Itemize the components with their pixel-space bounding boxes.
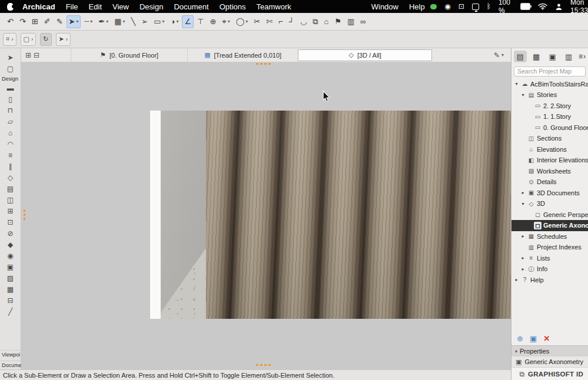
chevron-right-icon[interactable]: ▸	[520, 190, 526, 195]
beam-tool-button[interactable]: ⊓	[3, 105, 18, 115]
chevron-down-icon[interactable]: ▾	[514, 81, 519, 86]
navigator-menu-button[interactable]: ≡›	[579, 52, 586, 61]
mesh-tool-button[interactable]: ▦	[3, 284, 18, 294]
undo-button[interactable]: ↶	[5, 15, 16, 28]
grid-snap-button[interactable]: ⊞	[29, 15, 41, 28]
morph-tool-button[interactable]: ◇	[3, 172, 18, 182]
wifi-icon[interactable]	[538, 3, 547, 10]
mark-up-button[interactable]: ⚑	[332, 15, 344, 28]
rectangle-method-button[interactable]: ▭▾	[151, 15, 167, 28]
cursor-snap-button[interactable]: ➢	[139, 15, 150, 28]
window-tool-button[interactable]: ⊞	[3, 206, 18, 216]
tree-item-1-1-story[interactable]: ▭1. 1.Story	[511, 111, 588, 122]
tree-item-generic-perspective[interactable]: ◻Generic Perspective	[511, 209, 588, 221]
column-tool-button[interactable]: ▯	[3, 94, 18, 104]
chevron-right-icon[interactable]: ▸	[514, 277, 519, 282]
chevron-right-icon[interactable]: ▸	[520, 266, 526, 272]
tree-item-0-ground-floor[interactable]: ▭0. Ground Floor	[511, 122, 588, 134]
roof-tool-button[interactable]: ⌂	[3, 128, 18, 138]
arc-method-button[interactable]: ◯▾	[234, 15, 251, 28]
tree-item-project-indexes[interactable]: ▥Project Indexes	[511, 242, 588, 253]
menu-options[interactable]: Options	[214, 2, 251, 11]
intersect-button[interactable]: ┘	[287, 15, 297, 28]
tree-item-2-2-story[interactable]: ▭2. 2.Story	[511, 101, 588, 112]
adjust-button[interactable]: ⌐	[276, 15, 285, 28]
drawing-area[interactable]	[21, 62, 511, 369]
tree-item-lists[interactable]: ▸≡Lists	[511, 253, 588, 264]
stair-tool-button[interactable]: ≡	[3, 150, 18, 160]
pen-color-button[interactable]: ✒▾	[96, 15, 111, 28]
fill-type-button[interactable]: ▦▾	[112, 15, 127, 28]
rotate-view-widget[interactable]: ↻	[40, 33, 51, 46]
zone-tool-button[interactable]: ▨	[3, 273, 18, 283]
redo-button[interactable]: ↷	[17, 15, 28, 28]
menu-edit[interactable]: Edit	[84, 2, 107, 11]
display-icon[interactable]	[472, 4, 479, 10]
opening-tool-button[interactable]: ⊘	[3, 228, 18, 238]
snap-points-button[interactable]: ⊕	[207, 15, 218, 28]
app-menu[interactable]: Archicad	[17, 2, 61, 11]
toolbox-section-document[interactable]: Docume	[0, 361, 24, 369]
curtain-wall-tool-button[interactable]: ▤	[3, 184, 18, 194]
t-square-button[interactable]: ⊤	[195, 15, 206, 28]
door-tool-button[interactable]: ◫	[3, 195, 18, 205]
viewpoint-settings-button[interactable]: ▣	[530, 334, 537, 343]
layout-book-tab[interactable]: ▣	[546, 51, 559, 62]
line-type-button[interactable]: ┄▾	[82, 15, 95, 28]
info-box-toggle-icon[interactable]: ⊟	[34, 51, 39, 59]
skylight-tool-button[interactable]: ⊡	[3, 217, 18, 227]
camera-icon[interactable]: ◉	[444, 3, 450, 10]
tread-settings-button[interactable]: ▦ [Tread Extended 0,010]	[187, 48, 298, 62]
bluetooth-icon[interactable]: ᛒ	[487, 3, 491, 10]
menu-help[interactable]: Help	[404, 2, 430, 11]
tree-item-details[interactable]: ⊙Details	[511, 176, 588, 188]
search-input[interactable]	[514, 66, 586, 76]
toolbox-section-viewpoint[interactable]: Viewpoi	[0, 350, 22, 359]
tree-item-schedules[interactable]: ▸▦Schedules	[511, 231, 588, 242]
menubar-status-green-icon[interactable]	[430, 4, 437, 9]
tree-item-acbimtoolsstairsrailings-1[interactable]: ▾☁AcBimToolsStairsRailings_1	[511, 79, 588, 90]
menu-view[interactable]: View	[107, 2, 134, 11]
lamp-tool-button[interactable]: ◉	[3, 251, 18, 261]
info-box-dock-widget[interactable]: ▢›	[21, 33, 36, 46]
grid-element-tool-button[interactable]: ⊟	[3, 295, 18, 305]
pen-set-button[interactable]: ✎ ▾	[494, 51, 504, 59]
apple-menu-icon[interactable]	[7, 3, 14, 11]
guide-lines-button[interactable]: ∠	[182, 15, 194, 28]
shell-tool-button[interactable]: ◠	[3, 139, 18, 149]
chevron-right-icon[interactable]: ▸	[520, 255, 526, 261]
hotlink-button[interactable]: ∞	[358, 15, 368, 28]
properties-header[interactable]: ▾ Properties	[511, 345, 588, 356]
ramp-tool-button[interactable]: ╱	[3, 306, 18, 316]
toolbox-dock-widget[interactable]: ⌗›	[3, 33, 16, 46]
trim-button[interactable]: ✄	[264, 15, 275, 28]
arrow-tool-dock-widget[interactable]: ➤›	[56, 33, 71, 46]
marquee-tool-button[interactable]: ▢	[3, 64, 18, 74]
tree-item-stories[interactable]: ▾▤Stories	[511, 89, 588, 101]
virtual-trace-button[interactable]: ▥	[345, 15, 357, 28]
tree-item-sections[interactable]: ◫Sections	[511, 133, 588, 144]
tree-item-worksheets[interactable]: ▨Worksheets	[511, 166, 588, 177]
arrow-mode-button[interactable]: ➤▾	[67, 15, 81, 28]
concrete-wall-surface[interactable]	[161, 111, 206, 319]
magic-wand-button[interactable]: ⌖▾	[220, 15, 232, 28]
menu-teamwork[interactable]: Teamwork	[251, 2, 296, 11]
offset-button[interactable]: ⧉	[310, 15, 320, 28]
view-3d-all-button[interactable]: ◇ [3D / All]	[298, 49, 432, 61]
menu-design[interactable]: Design	[134, 2, 168, 11]
chevron-down-icon[interactable]: ▾	[520, 201, 526, 206]
tree-item-info[interactable]: ▸ⓘInfo	[511, 264, 588, 275]
project-map-tab[interactable]: ▤	[514, 51, 527, 62]
add-viewpoint-button[interactable]: ⊕	[517, 334, 523, 343]
surface-button[interactable]: ◑▾	[168, 15, 181, 28]
inject-parameters-button[interactable]: ✎	[54, 15, 65, 28]
wall-tool-button[interactable]: ▬	[3, 83, 18, 93]
toolbox-section-design[interactable]: Design	[0, 74, 21, 82]
tree-item-interior-elevations[interactable]: ◧Interior Elevations	[511, 155, 588, 166]
tree-item-3d[interactable]: ▾◇3D	[511, 198, 588, 209]
tree-item-3d-documents[interactable]: ▸▣3D Documents	[511, 188, 588, 199]
menu-window[interactable]: Window	[366, 2, 404, 11]
wood-stair-surface[interactable]	[206, 111, 511, 319]
pick-up-parameters-button[interactable]: ✐	[42, 15, 53, 28]
story-chooser-button[interactable]: ⚑ [0. Ground Floor]	[71, 48, 187, 62]
